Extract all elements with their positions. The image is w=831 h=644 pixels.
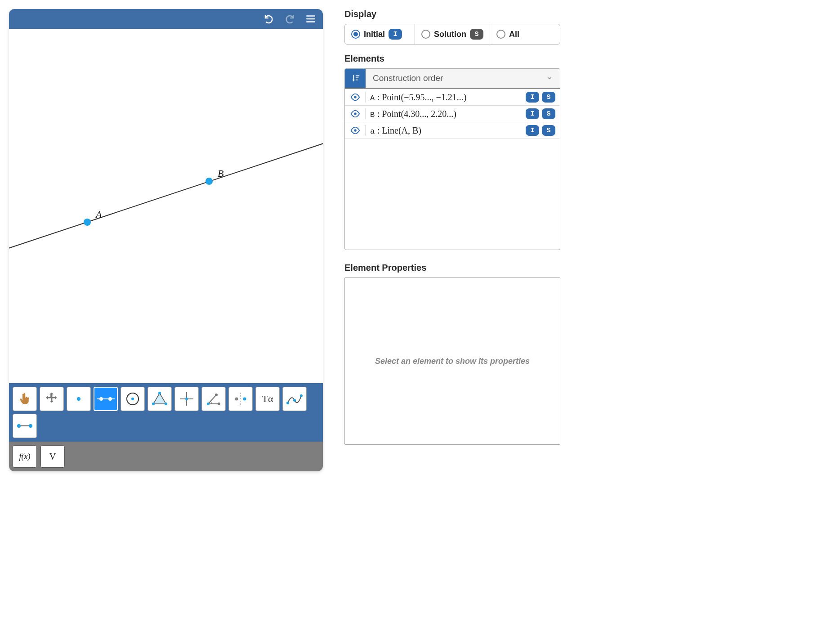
display-section-title: Display [344,9,560,19]
svg-line-3 [9,142,323,250]
element-label: a : Line(A, B) [370,125,521,136]
svg-point-4 [84,219,91,226]
tool-move-arrows[interactable] [40,387,64,411]
display-option-all[interactable]: All [490,24,560,44]
svg-point-23 [235,398,238,401]
svg-point-13 [158,392,161,394]
radio-icon [496,30,505,39]
svg-point-24 [243,398,246,401]
svg-point-18 [185,398,188,400]
svg-point-30 [29,424,32,428]
display-option-label: Initial [364,30,385,39]
properties-placeholder: Select an element to show its properties [375,357,530,366]
properties-section-title: Element Properties [344,263,560,273]
svg-point-25 [286,402,289,404]
sort-icon[interactable] [345,69,366,88]
input-bar: f(x) V [9,442,323,471]
badge-initial[interactable]: I [526,108,539,119]
sort-label: Construction order [373,73,443,83]
svg-point-15 [152,402,155,405]
geometry-canvas-panel: A B [9,9,323,471]
svg-point-21 [218,402,220,405]
redo-icon[interactable] [284,13,295,24]
tool-circle[interactable] [121,387,145,411]
badge-solution[interactable]: S [542,108,555,119]
svg-point-14 [165,402,167,405]
point-label-a: A [95,209,102,220]
svg-point-33 [354,129,357,132]
canvas-header [9,9,323,29]
tool-toolbar: Tα [9,383,323,442]
element-label: B : Point(4.30..., 2.20...) [370,109,521,119]
tool-text[interactable]: Tα [255,387,280,411]
svg-point-11 [131,398,134,400]
visibility-toggle[interactable] [345,92,366,103]
undo-icon[interactable] [264,13,274,24]
badge-initial[interactable]: I [526,125,539,136]
visibility-toggle[interactable] [345,125,366,136]
display-mode-toggle: Initial I Solution S All [344,24,560,45]
svg-point-8 [99,397,103,401]
svg-point-32 [354,112,357,115]
tool-point[interactable] [67,387,91,411]
svg-point-6 [77,397,80,401]
tool-spline[interactable] [282,387,307,411]
svg-point-31 [354,96,357,98]
drawing-canvas[interactable]: A B [9,29,323,383]
menu-icon[interactable] [305,13,317,25]
tool-reflect[interactable] [228,387,253,411]
tool-perpendicular[interactable] [174,387,199,411]
keyboard-button[interactable]: V [40,445,65,468]
radio-icon [351,30,360,39]
badge-solution: S [470,29,483,40]
element-row[interactable]: B : Point(4.30..., 2.20...) I S [345,106,560,122]
chevron-down-icon [546,75,553,81]
badge-initial: I [389,29,402,40]
display-option-solution[interactable]: Solution S [415,24,490,44]
svg-marker-12 [153,393,166,404]
badge-solution[interactable]: S [542,92,555,103]
svg-point-5 [206,178,213,185]
visibility-toggle[interactable] [345,108,366,119]
properties-panel: Select an element to show its properties [344,277,560,445]
tool-segment[interactable] [13,414,37,438]
point-label-b: B [218,168,223,179]
svg-point-19 [207,402,210,405]
radio-icon [421,30,430,39]
svg-point-27 [300,394,303,397]
sort-select[interactable]: Construction order [366,69,560,88]
elements-list: Construction order A : Point(−5.95..., −… [344,68,560,250]
side-panel: Display Initial I Solution S All Element… [344,9,560,445]
tool-angle[interactable] [201,387,226,411]
element-label: A : Point(−5.95..., −1.21...) [370,92,521,103]
tool-line[interactable] [94,387,118,411]
element-row[interactable]: A : Point(−5.95..., −1.21...) I S [345,89,560,106]
badge-solution[interactable]: S [542,125,555,136]
element-row[interactable]: a : Line(A, B) I S [345,122,560,139]
tool-polygon[interactable] [147,387,172,411]
svg-point-20 [215,394,218,396]
svg-point-29 [17,424,21,428]
display-option-label: All [509,30,519,39]
display-option-initial[interactable]: Initial I [345,24,415,44]
svg-point-26 [293,399,296,402]
elements-section-title: Elements [344,54,560,64]
display-option-label: Solution [434,30,466,39]
tool-move-finger[interactable] [13,387,37,411]
badge-initial[interactable]: I [526,92,539,103]
fx-button[interactable]: f(x) [13,445,37,468]
svg-point-9 [108,397,112,401]
